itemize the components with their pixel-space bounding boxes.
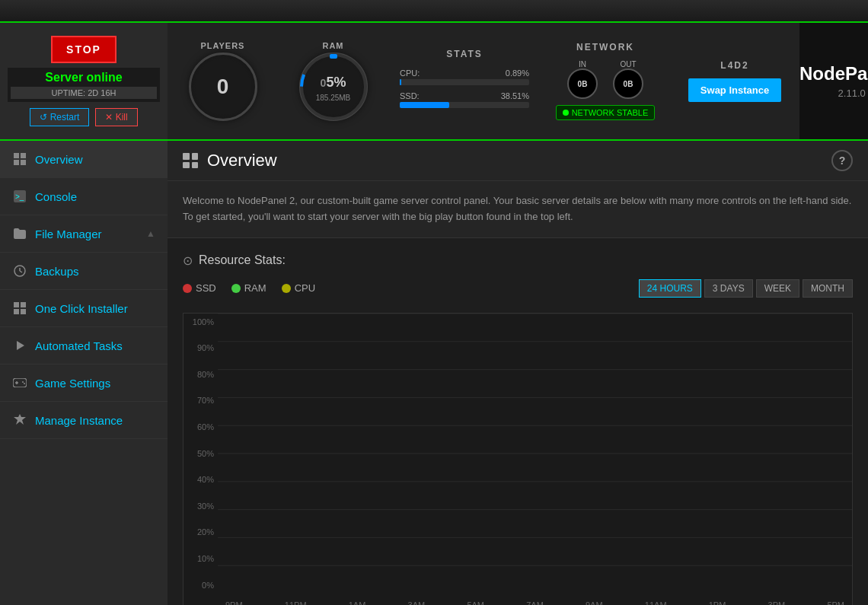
sidebar-item-one-click-installer[interactable]: One Click Installer xyxy=(0,290,168,327)
ram-arc-svg xyxy=(299,53,368,121)
y-100: 100% xyxy=(187,317,214,326)
ssd-bar xyxy=(400,102,529,108)
y-30: 30% xyxy=(187,502,214,511)
legend-ssd: SSD xyxy=(183,282,216,294)
time-3days-button[interactable]: 3 DAYS xyxy=(704,279,753,298)
x-5am: 5AM xyxy=(467,600,484,605)
cpu-value: 0.89% xyxy=(506,68,529,78)
svg-rect-3 xyxy=(14,153,19,158)
action-buttons: ↺ Restart ✕ Kill xyxy=(30,108,137,126)
x-9pm: 9PM xyxy=(225,600,243,605)
sidebar: Overview >_ Console File Manager ▲ Backu… xyxy=(0,141,168,605)
nodepanel-logo: NodePanel2 2.11.0 xyxy=(799,23,868,139)
sidebar-item-game-settings[interactable]: Game Settings xyxy=(0,365,168,402)
players-value: 0 xyxy=(217,75,229,99)
chart-svg xyxy=(218,314,852,594)
svg-rect-4 xyxy=(21,153,26,158)
sidebar-backups-label: Backups xyxy=(35,265,79,278)
time-week-button[interactable]: WEEK xyxy=(756,279,799,298)
sidebar-item-file-manager[interactable]: File Manager ▲ xyxy=(0,215,168,253)
sidebar-manage-instance-label: Manage Instance xyxy=(35,414,123,427)
stop-button[interactable]: STOP xyxy=(51,36,116,63)
swap-instance-button[interactable]: Swap Instance xyxy=(688,78,781,102)
cpu-legend-dot xyxy=(282,284,291,293)
sidebar-game-settings-label: Game Settings xyxy=(35,377,110,390)
overview-grid-icon xyxy=(183,153,198,168)
svg-rect-5 xyxy=(14,160,19,165)
x-3pm: 3PM xyxy=(768,600,786,605)
time-month-button[interactable]: MONTH xyxy=(803,279,853,298)
sidebar-item-manage-instance[interactable]: Manage Instance xyxy=(0,402,168,439)
chart-svg-area xyxy=(218,314,852,594)
stats-title: STATS xyxy=(400,49,529,59)
ssd-value: 38.51% xyxy=(501,91,529,100)
ram-legend-dot xyxy=(231,284,241,293)
folder-icon xyxy=(12,226,27,241)
resource-icon: ⊙ xyxy=(183,253,193,268)
sidebar-item-automated-tasks[interactable]: Automated Tasks xyxy=(0,327,168,365)
svg-point-21 xyxy=(24,383,25,384)
cpu-stat: CPU: 0.89% xyxy=(400,68,529,85)
y-0: 0% xyxy=(187,581,214,590)
y-80: 80% xyxy=(187,370,214,379)
players-label: PLAYERS xyxy=(201,41,245,50)
ssd-label: SSD: xyxy=(400,91,420,100)
l4d2-title: L4D2 xyxy=(720,60,748,71)
svg-point-0 xyxy=(302,55,365,119)
cpu-bar xyxy=(400,79,529,85)
grid-dot-2 xyxy=(192,153,199,160)
resource-stats-header: ⊙ Resource Stats: xyxy=(183,253,853,268)
svg-rect-6 xyxy=(21,160,26,165)
sidebar-automated-tasks-label: Automated Tasks xyxy=(35,339,123,352)
sidebar-file-manager-label: File Manager xyxy=(35,228,102,240)
header: STOP Server online UPTIME: 2D 16H ↺ Rest… xyxy=(0,23,868,141)
net-out: OUT 0B xyxy=(613,60,643,99)
nodepanel-version: 2.11.0 xyxy=(838,88,866,99)
net-out-value: 0B xyxy=(613,68,643,99)
sidebar-item-overview[interactable]: Overview xyxy=(0,141,168,178)
tasks-icon xyxy=(12,338,27,353)
grid-dot-3 xyxy=(183,162,190,169)
legend-cpu: CPU xyxy=(282,282,315,294)
resource-chart: 100% 90% 80% 70% 60% 50% 40% 30% 20% 10%… xyxy=(183,313,853,605)
content-area: Overview ? Welcome to NodePanel 2, our c… xyxy=(168,141,868,605)
y-70: 70% xyxy=(187,396,214,405)
y-50: 50% xyxy=(187,449,214,458)
x-5pm: 5PM xyxy=(827,600,844,605)
l4d2-section: L4D2 Swap Instance xyxy=(670,23,799,139)
ram-circle: 05% 185.25MB xyxy=(299,53,368,121)
server-online-panel: Server online UPTIME: 2D 16H xyxy=(8,68,160,102)
y-10: 10% xyxy=(187,554,214,563)
manage-icon xyxy=(12,412,27,428)
help-button[interactable]: ? xyxy=(831,150,853,171)
net-in-label: IN xyxy=(579,60,586,68)
terminal-icon: >_ xyxy=(12,189,27,204)
x-1pm: 1PM xyxy=(709,600,726,605)
main-layout: Overview >_ Console File Manager ▲ Backu… xyxy=(0,141,868,605)
players-circle: 0 xyxy=(189,53,257,121)
grid-dot-1 xyxy=(183,153,190,160)
sidebar-item-console[interactable]: >_ Console xyxy=(0,178,168,215)
server-status-panel: STOP Server online UPTIME: 2D 16H ↺ Rest… xyxy=(0,23,168,139)
svg-rect-2 xyxy=(330,54,337,59)
time-24h-button[interactable]: 24 HOURS xyxy=(639,279,701,298)
restart-button[interactable]: ↺ Restart xyxy=(30,108,89,126)
kill-button[interactable]: ✕ Kill xyxy=(95,108,137,126)
overview-description: Welcome to NodePanel 2, our custom-built… xyxy=(168,181,868,238)
overview-header: Overview ? xyxy=(168,141,868,181)
svg-rect-17 xyxy=(13,378,27,387)
sidebar-item-backups[interactable]: Backups xyxy=(0,253,168,290)
chart-legend: SSD RAM CPU xyxy=(183,282,315,294)
y-20: 20% xyxy=(187,527,214,537)
sidebar-console-label: Console xyxy=(35,190,77,203)
x-11am: 11AM xyxy=(645,600,667,605)
server-online-label: Server online xyxy=(11,71,157,84)
x-3am: 3AM xyxy=(408,600,426,605)
cpu-label: CPU: xyxy=(400,68,420,78)
x-7am: 7AM xyxy=(526,600,544,605)
sidebar-one-click-label: One Click Installer xyxy=(35,302,128,315)
gamepad-icon xyxy=(12,375,27,390)
network-stable-badge: NETWORK STABLE xyxy=(556,105,656,120)
svg-line-11 xyxy=(20,271,22,272)
svg-marker-22 xyxy=(14,414,26,425)
